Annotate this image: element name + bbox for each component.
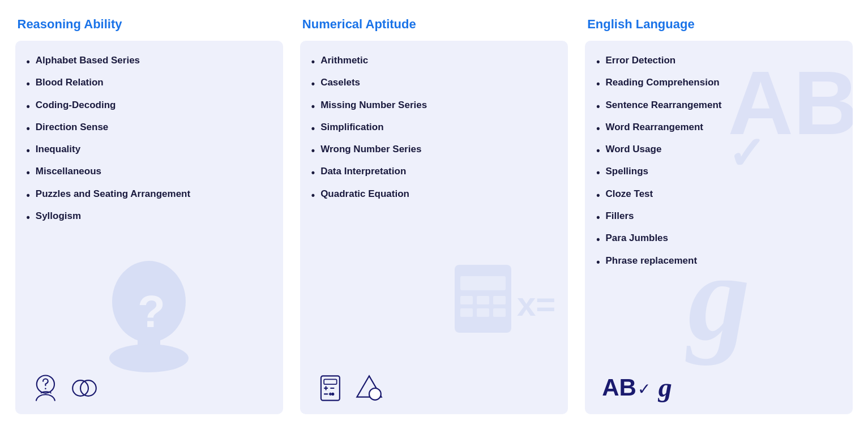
check-mark-icon: ✓	[638, 380, 651, 398]
list-item: Word Usage	[596, 143, 841, 157]
reasoning-watermark: ?	[87, 253, 211, 380]
svg-point-5	[45, 388, 46, 390]
list-item: Alphabet Based Series	[27, 54, 272, 68]
reasoning-column: Reasoning Ability Alphabet Based Series …	[15, 17, 283, 414]
list-item: Coding-Decoding	[27, 99, 272, 113]
list-item: Caselets	[311, 76, 557, 91]
list-item: Miscellaneous	[27, 165, 272, 179]
numerical-watermark: x=	[449, 259, 562, 375]
english-column: English Language Error Detection Reading…	[585, 17, 853, 414]
list-item: Cloze Test	[596, 188, 841, 202]
svg-text:x=: x=	[517, 285, 555, 323]
list-item: Missing Number Series	[311, 99, 557, 113]
main-container: Reasoning Ability Alphabet Based Series …	[15, 17, 853, 414]
list-item: Arithmetic	[311, 54, 557, 68]
head-question-icon	[32, 373, 62, 403]
numerical-list: Arithmetic Caselets Missing Number Serie…	[311, 54, 557, 202]
list-item: Wrong Number Series	[311, 143, 557, 157]
reasoning-bottom-icons	[32, 373, 99, 403]
svg-rect-1	[138, 337, 160, 354]
svg-point-27	[369, 388, 381, 400]
reasoning-card: Alphabet Based Series Blood Relation Cod…	[15, 41, 283, 414]
svg-point-2	[109, 344, 189, 372]
svg-rect-15	[493, 308, 506, 317]
list-item: Simplification	[311, 121, 557, 135]
ab-check-icon: AB ✓	[602, 376, 651, 399]
svg-rect-13	[460, 308, 473, 317]
venn-diagram-icon	[70, 373, 99, 403]
list-item: Inequality	[27, 143, 272, 157]
list-item: Phrase replacement	[596, 255, 841, 269]
numerical-bottom-icons	[317, 373, 384, 403]
svg-text:?: ?	[138, 286, 165, 337]
list-item: Word Rearrangement	[596, 121, 841, 135]
shapes-icon	[354, 373, 384, 403]
english-card: Error Detection Reading Comprehension Se…	[585, 41, 853, 414]
svg-rect-18	[324, 379, 337, 384]
list-item: Data Interpretation	[311, 165, 557, 179]
list-item: Syllogism	[27, 210, 272, 224]
english-title: English Language	[585, 17, 694, 32]
list-item: Sentence Rearrangement	[596, 99, 841, 113]
svg-point-0	[112, 261, 186, 342]
list-item: Direction Sense	[27, 121, 272, 135]
numerical-title: Numerical Aptitude	[300, 17, 416, 32]
list-item: Para Jumbles	[596, 232, 841, 246]
list-item: Error Detection	[596, 54, 841, 68]
svg-rect-9	[460, 276, 506, 290]
list-item: Fillers	[596, 210, 841, 224]
list-item: Reading Comprehension	[596, 76, 841, 91]
numerical-column: Numerical Aptitude Arithmetic Caselets M…	[300, 17, 568, 414]
english-list: Error Detection Reading Comprehension Se…	[596, 54, 841, 269]
cursive-g-icon: g	[659, 372, 672, 403]
list-item: Puzzles and Seating Arrangement	[27, 188, 272, 202]
list-item: Blood Relation	[27, 76, 272, 91]
svg-rect-11	[477, 296, 489, 304]
calculator-icon	[317, 373, 347, 403]
numerical-card: Arithmetic Caselets Missing Number Serie…	[300, 41, 568, 414]
svg-rect-8	[455, 265, 511, 333]
svg-rect-14	[477, 308, 489, 317]
svg-point-25	[331, 393, 334, 396]
reasoning-title: Reasoning Ability	[15, 17, 122, 32]
list-item: Spellings	[596, 165, 841, 179]
list-item: Quadratic Equation	[311, 188, 557, 202]
svg-rect-10	[460, 296, 473, 304]
svg-rect-12	[493, 296, 506, 304]
reasoning-list: Alphabet Based Series Blood Relation Cod…	[27, 54, 272, 224]
english-bottom-icons: AB ✓ g	[602, 372, 672, 403]
